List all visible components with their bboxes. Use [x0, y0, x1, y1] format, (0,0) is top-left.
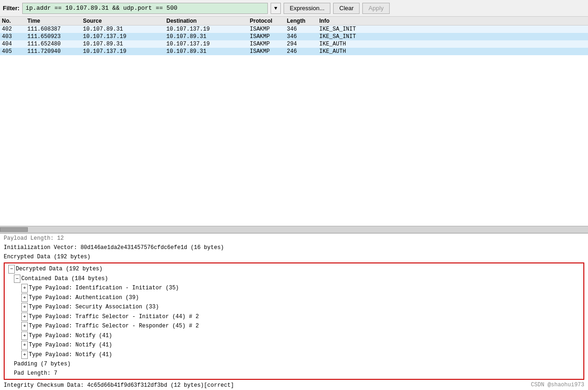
expand-icon[interactable]: +: [21, 341, 28, 350]
row-dest: 10.107.137.19: [164, 41, 248, 47]
scrollbar-track: [0, 227, 588, 232]
row-dest: 10.107.89.31: [164, 48, 248, 55]
row-no: 405: [0, 48, 25, 55]
payload-authentication[interactable]: +Type Payload: Authentication (39): [6, 293, 582, 303]
row-proto: ISAKMP: [248, 41, 285, 47]
header-length: Length: [285, 18, 317, 24]
header-time: Time: [25, 18, 81, 24]
header-source: Source: [81, 18, 164, 24]
payload-identification[interactable]: +Type Payload: Identification - Initiato…: [6, 283, 582, 293]
payload-traffic-selector-initiator[interactable]: +Type Payload: Traffic Selector - Initia…: [6, 312, 582, 322]
row-len: 346: [285, 26, 317, 32]
packet-table-header: No. Time Source Destination Protocol Len…: [0, 17, 588, 26]
header-info: Info: [317, 18, 588, 24]
row-dest: 10.107.89.31: [164, 33, 248, 40]
table-row[interactable]: 405 111.720940 10.107.137.19 10.107.89.3…: [0, 48, 588, 55]
detail-payload-length: Payload Length: 12: [0, 234, 588, 243]
row-source: 10.107.89.31: [81, 41, 164, 47]
row-info: IKE_SA_INIT: [317, 26, 588, 32]
collapse-icon[interactable]: −: [8, 265, 15, 274]
row-time: 111.720940: [25, 48, 81, 55]
payload-security-association[interactable]: +Type Payload: Security Association (33): [6, 302, 582, 312]
row-source: 10.107.89.31: [81, 26, 164, 32]
expand-icon[interactable]: +: [21, 284, 28, 293]
table-row[interactable]: 403 111.650923 10.107.137.19 10.107.89.3…: [0, 33, 588, 40]
header-destination: Destination: [164, 18, 248, 24]
expand-icon[interactable]: +: [21, 313, 28, 321]
row-source: 10.107.137.19: [81, 48, 164, 55]
header-no: No.: [0, 18, 25, 24]
header-protocol: Protocol: [248, 18, 285, 24]
row-info: IKE_SA_INIT: [317, 33, 588, 40]
payload-notify-1[interactable]: +Type Payload: Notify (41): [6, 331, 582, 341]
decrypted-data-node[interactable]: −Decrypted Data (192 bytes): [6, 264, 582, 274]
padding-node: Padding (7 bytes): [6, 359, 582, 369]
table-row[interactable]: 404 111.652480 10.107.89.31 10.107.137.1…: [0, 40, 588, 48]
collapse-icon[interactable]: −: [14, 275, 20, 283]
row-len: 246: [285, 48, 317, 55]
contained-data-node[interactable]: −Contained Data (184 bytes): [6, 274, 582, 284]
table-row[interactable]: 402 111.608387 10.107.89.31 10.107.137.1…: [0, 26, 588, 33]
row-no: 404: [0, 41, 25, 47]
detail-encrypted-data: Encrypted Data (192 bytes): [0, 252, 588, 262]
payload-notify-2[interactable]: +Type Payload: Notify (41): [6, 340, 582, 350]
horizontal-scrollbar[interactable]: [0, 226, 588, 233]
scrollbar-thumb[interactable]: [0, 227, 28, 232]
row-proto: ISAKMP: [248, 33, 285, 40]
filter-label: Filter:: [3, 5, 19, 12]
expand-icon[interactable]: +: [21, 294, 28, 302]
expand-icon[interactable]: +: [21, 303, 28, 312]
row-proto: ISAKMP: [248, 26, 285, 32]
row-source: 10.107.137.19: [81, 33, 164, 40]
pad-length-node: Pad Length: 7: [6, 369, 582, 378]
row-time: 111.652480: [25, 41, 81, 47]
payload-traffic-selector-responder[interactable]: +Type Payload: Traffic Selector - Respon…: [6, 321, 582, 331]
row-info: IKE_AUTH: [317, 48, 588, 55]
filter-input[interactable]: [22, 3, 268, 14]
row-no: 403: [0, 33, 25, 40]
checksum-line: Integrity Checksum Data: 4c65d66b41f9d63…: [0, 381, 588, 390]
row-proto: ISAKMP: [248, 48, 285, 55]
clear-button[interactable]: Clear: [333, 3, 360, 14]
main-content: No. Time Source Destination Protocol Len…: [0, 17, 588, 390]
detail-section: Payload Length: 12 Initialization Vector…: [0, 233, 588, 390]
expand-icon[interactable]: +: [21, 322, 28, 331]
empty-packet-area: [0, 109, 588, 226]
decrypted-data-box: −Decrypted Data (192 bytes) −Contained D…: [4, 262, 584, 380]
watermark: CSDN @shaohui973: [531, 382, 584, 388]
row-no: 402: [0, 26, 25, 32]
payload-notify-3[interactable]: +Type Payload: Notify (41): [6, 350, 582, 360]
expand-icon[interactable]: +: [21, 332, 28, 340]
row-len: 346: [285, 33, 317, 40]
row-info: IKE_AUTH: [317, 41, 588, 47]
apply-button[interactable]: Apply: [362, 3, 390, 14]
packet-list-section: No. Time Source Destination Protocol Len…: [0, 17, 588, 109]
row-dest: 10.107.137.19: [164, 26, 248, 32]
expression-button[interactable]: Expression...: [284, 3, 330, 14]
filter-bar: Filter: ▼ Expression... Clear Apply: [0, 0, 588, 17]
expand-icon[interactable]: +: [21, 351, 28, 359]
row-time: 111.650923: [25, 33, 81, 40]
filter-dropdown-btn[interactable]: ▼: [271, 3, 281, 14]
row-time: 111.608387: [25, 26, 81, 32]
row-len: 294: [285, 41, 317, 47]
detail-init-vector: Initialization Vector: 80d146ae1da2e4314…: [0, 243, 588, 252]
